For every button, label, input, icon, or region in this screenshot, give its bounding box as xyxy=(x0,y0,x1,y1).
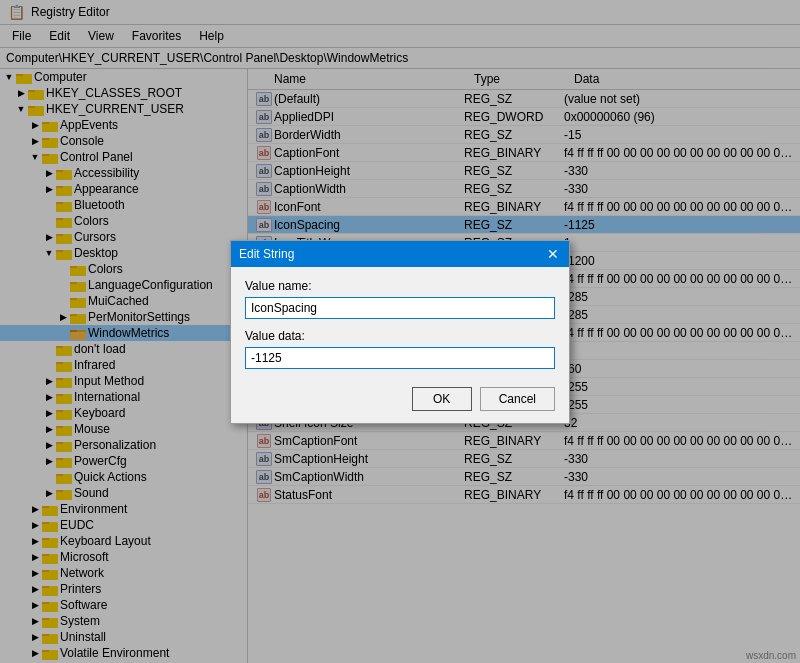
value-data-label: Value data: xyxy=(245,329,555,343)
dialog-title: Edit String xyxy=(239,247,294,261)
value-name-input[interactable] xyxy=(245,297,555,319)
value-name-label: Value name: xyxy=(245,279,555,293)
dialog-title-bar: Edit String ✕ xyxy=(231,241,569,267)
dialog-body: Value name: Value data: OK Cancel xyxy=(231,267,569,423)
dialog-cancel-button[interactable]: Cancel xyxy=(480,387,555,411)
edit-string-dialog: Edit String ✕ Value name: Value data: OK… xyxy=(230,240,570,424)
dialog-close-button[interactable]: ✕ xyxy=(545,246,561,262)
dialog-buttons: OK Cancel xyxy=(245,387,555,411)
modal-overlay: Edit String ✕ Value name: Value data: OK… xyxy=(0,0,800,663)
value-data-input[interactable] xyxy=(245,347,555,369)
dialog-ok-button[interactable]: OK xyxy=(412,387,472,411)
